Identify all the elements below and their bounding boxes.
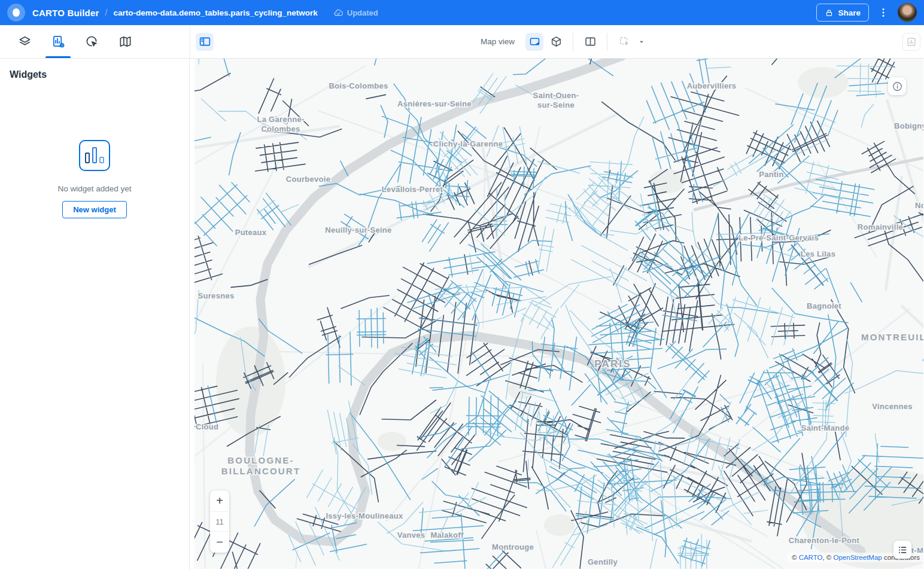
map-place-label: Levallois-Perret bbox=[382, 185, 443, 194]
paris-cycling-map[interactable]: Bois-ColombesAsnières-sur-SeineSaint-Oue… bbox=[194, 59, 923, 569]
map-place-label: sur-Seine bbox=[537, 100, 575, 109]
zoom-out-button[interactable]: − bbox=[210, 532, 229, 553]
map-place-label: Bobigny bbox=[894, 121, 923, 130]
map-place-label: BOULOGNE- bbox=[227, 455, 294, 465]
app-header: CARTO Builder / carto-demo-data.demo_tab… bbox=[0, 0, 924, 25]
carto-logo[interactable] bbox=[7, 4, 25, 22]
new-widget-button[interactable]: New widget bbox=[62, 201, 127, 218]
map-view-label: Map view bbox=[481, 37, 515, 46]
osm-attribution-link[interactable]: OpenStreetMap bbox=[834, 554, 882, 561]
split-view-button[interactable] bbox=[581, 33, 599, 51]
map-place-label: Puteaux bbox=[235, 228, 267, 237]
select-tool-icon bbox=[618, 35, 631, 48]
map-place-label: Malakoff bbox=[430, 531, 464, 539]
widgets-icon bbox=[51, 35, 65, 48]
map-place-label: Bois-Colombes bbox=[329, 81, 388, 90]
cloud-check-icon bbox=[333, 8, 344, 18]
sync-status: Updated bbox=[333, 8, 378, 18]
panel-title: Widgets bbox=[10, 69, 180, 80]
map-place-label: Colombes bbox=[261, 124, 300, 133]
carto-builder-app: CARTO Builder / carto-demo-data.demo_tab… bbox=[0, 0, 924, 570]
layers-icon bbox=[18, 35, 32, 48]
bar-blue bbox=[92, 147, 97, 163]
tab-widgets[interactable] bbox=[41, 25, 75, 58]
map-place-label: Le Pré-Saint-Gervais bbox=[738, 233, 819, 242]
map-place-label: Romainville bbox=[858, 222, 903, 231]
panel-gutter bbox=[190, 59, 194, 570]
lock-icon bbox=[825, 8, 834, 17]
tab-layers[interactable] bbox=[8, 25, 41, 58]
kebab-menu-button[interactable] bbox=[877, 4, 890, 22]
builder-toolbar: Map view bbox=[0, 25, 924, 59]
widgets-panel: Widgets No widget added yet New widget bbox=[0, 59, 190, 570]
map-place-label: Courbevoie bbox=[286, 175, 331, 184]
collapsed-widgets-indicator bbox=[902, 33, 920, 51]
zoom-in-button[interactable]: + bbox=[210, 490, 229, 511]
map-place-label: Clichy-la-Garenne bbox=[433, 139, 503, 148]
status-label: Updated bbox=[347, 8, 378, 17]
app-title: CARTO Builder bbox=[32, 8, 99, 18]
map-place-label: Gentilly bbox=[588, 557, 618, 566]
map-place-label: Saint-Mandé bbox=[801, 423, 850, 432]
bar-dark bbox=[85, 153, 90, 163]
map-place-label: Aubervilliers bbox=[687, 81, 737, 90]
carto-attribution-link[interactable]: CARTO bbox=[799, 554, 823, 561]
breadcrumb[interactable]: carto-demo-data.demo_tables.paris_cyclin… bbox=[113, 8, 317, 17]
share-label: Share bbox=[838, 8, 861, 17]
map-place-label: PARIS bbox=[594, 358, 631, 370]
widget-chart-icon bbox=[79, 140, 110, 171]
map-place-label: Asnières-sur-Seine bbox=[397, 99, 472, 108]
basemap-icon bbox=[118, 35, 132, 48]
map-canvas[interactable]: Bois-ColombesAsnières-sur-SeineSaint-Oue… bbox=[194, 59, 923, 569]
zoom-control: + 11 − bbox=[210, 490, 229, 553]
view-2d-button[interactable] bbox=[525, 33, 543, 51]
map-place-label: Pantin bbox=[759, 170, 784, 179]
map-info-button[interactable] bbox=[888, 77, 906, 95]
tab-basemap[interactable] bbox=[108, 25, 142, 58]
map-place-label: MONTREUIL bbox=[861, 332, 923, 342]
3d-view-icon bbox=[550, 35, 563, 48]
panel-tabs bbox=[0, 25, 190, 58]
map-place-label: La Garenne- bbox=[257, 115, 304, 124]
map-view-controls: Map view bbox=[481, 25, 646, 58]
view-divider-2 bbox=[607, 33, 607, 51]
map-place-label: Vincennes bbox=[872, 402, 913, 411]
avatar[interactable] bbox=[898, 3, 917, 22]
chart-icon bbox=[906, 36, 917, 47]
attribution-mid: , © bbox=[822, 554, 833, 561]
map-place-label: Saint-Ouen- bbox=[533, 91, 579, 100]
toolbar-divider bbox=[190, 25, 190, 58]
content-row: Widgets No widget added yet New widget B… bbox=[0, 59, 924, 570]
map-place-label: Cloud bbox=[196, 422, 218, 431]
select-tool-button[interactable] bbox=[615, 33, 633, 51]
select-tool-dropdown[interactable] bbox=[637, 37, 646, 47]
panel-toggle-button[interactable] bbox=[196, 33, 214, 51]
view-3d-button[interactable] bbox=[547, 33, 565, 51]
bar-light bbox=[99, 157, 104, 163]
map-place-label: Les Lilas bbox=[801, 249, 835, 258]
map-place-label: Vanves bbox=[397, 531, 425, 539]
info-icon bbox=[892, 81, 903, 92]
interactions-icon bbox=[85, 35, 99, 48]
map-place-label: Issy-les-Moulineaux bbox=[326, 511, 403, 520]
share-button[interactable]: Share bbox=[816, 4, 869, 22]
panel-toggle-icon bbox=[199, 35, 211, 48]
tab-interactions[interactable] bbox=[75, 25, 108, 58]
attribution-prefix: © bbox=[792, 554, 799, 561]
map-place-label: Neuilly-sur-Seine bbox=[325, 225, 391, 234]
map-place-label: Bagnolet bbox=[807, 301, 841, 310]
map-place-label: Suresnes bbox=[198, 291, 235, 300]
map-place-label: BILLANCOURT bbox=[221, 466, 301, 476]
legend-list-icon bbox=[897, 544, 908, 556]
legend-button[interactable] bbox=[893, 541, 911, 559]
widgets-empty-state: No widget added yet New widget bbox=[10, 140, 180, 218]
zoom-level: 11 bbox=[210, 511, 229, 532]
kebab-menu-icon bbox=[877, 7, 889, 19]
map-place-label: Charenton-le-Pont bbox=[789, 536, 860, 545]
map-place-label: Noisy-le-Sec bbox=[915, 201, 923, 210]
split-view-icon bbox=[584, 35, 597, 48]
cycling-network-layer bbox=[194, 59, 923, 569]
view-divider bbox=[573, 33, 573, 51]
empty-message: No widget added yet bbox=[57, 184, 131, 193]
chevron-down-icon bbox=[637, 37, 646, 47]
